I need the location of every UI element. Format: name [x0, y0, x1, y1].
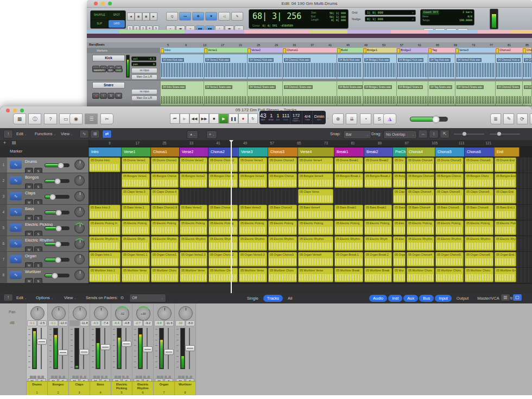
- audio-region[interactable]: 05 Organ Chorus1.: [151, 252, 179, 267]
- protools-titlebar[interactable]: Edit: 04 190 Gm Multi-Drums: [87, 0, 532, 8]
- mixer-options-menu[interactable]: Options ⌄: [36, 292, 53, 304]
- inspector-button[interactable]: ⓘ: [28, 113, 41, 124]
- track-name[interactable]: Bass: [25, 206, 34, 211]
- playhead[interactable]: [231, 140, 232, 293]
- audio-region[interactable]: 04 Chorus2 Kick.w: [495, 54, 523, 79]
- volume-thumb[interactable]: [55, 210, 62, 216]
- audio-region[interactable]: 05 Drums Break2: [364, 157, 392, 172]
- channel-strip-bass[interactable]: -4.3-7.4IRMSBass4: [90, 303, 111, 395]
- audio-region[interactable]: 04 Bridge1 Snare.wav: [363, 81, 397, 106]
- mixer-view-tracks[interactable]: Tracks: [263, 295, 283, 302]
- channel-strip-drums[interactable]: -0.1-2.5IRMSDrums1: [27, 303, 48, 395]
- section-chorus5[interactable]: Chorus5: [435, 147, 467, 157]
- audio-region[interactable]: 05 Electric Picking: [268, 220, 297, 235]
- audio-region[interactable]: 05 Elec: [393, 220, 406, 235]
- zoom-waveform-icon[interactable]: ▣: [135, 12, 142, 21]
- pan-knob[interactable]: +30: [136, 306, 150, 321]
- section-chorus1[interactable]: Chorus1: [150, 147, 182, 157]
- audio-region[interactable]: 05 Electric Picking: [180, 220, 207, 235]
- channel-strip-electric-picking[interactable]: -32-6.4-4.8IRMSElectric Picking5: [111, 303, 132, 395]
- pan-knob[interactable]: [157, 306, 172, 320]
- audio-region[interactable]: 05 Bongos Chorus: [208, 173, 238, 188]
- audio-region[interactable]: 05 Wurlitzer Choru: [465, 268, 493, 282]
- ruler-number[interactable]: 9: [109, 141, 111, 145]
- mixer-edit-menu[interactable]: Edit ⌄: [16, 292, 27, 304]
- audio-region[interactable]: 04 Verse2 Kick.wav: [247, 54, 283, 79]
- audio-region[interactable]: 05 Bong: [393, 173, 406, 188]
- audio-region[interactable]: 05 Claps Chorus5: [435, 189, 464, 204]
- pt-ruler-number[interactable]: 81: [508, 43, 511, 47]
- solo-button[interactable]: S: [107, 93, 115, 99]
- audio-region[interactable]: 05 Bass Chorus5: [435, 205, 464, 219]
- audio-region[interactable]: 05 Electric Rhyth: [364, 236, 392, 251]
- volume-slider[interactable]: [45, 195, 69, 199]
- audio-region[interactable]: 05 Electric Rhythm: [334, 236, 363, 251]
- pt-ruler-number[interactable]: 25: [257, 43, 260, 47]
- ruler-number[interactable]: 49: [243, 141, 247, 145]
- audio-region[interactable]: 05 Electric Rhythm: [465, 236, 493, 251]
- volume-slider[interactable]: [45, 211, 69, 214]
- lcd-tempo[interactable]: 172KEEP TEMPO: [290, 111, 303, 124]
- audio-region[interactable]: 05 Bongos Verse4: [298, 173, 333, 188]
- track-view-selector[interactable]: waveform: [92, 68, 106, 72]
- fader-db-value[interactable]: -7.4: [101, 320, 111, 326]
- pt-ruler-number[interactable]: 65: [436, 43, 439, 47]
- lcd-key[interactable]: DminKEY: [313, 111, 326, 124]
- audio-region[interactable]: 05 Wurlitzer Verse: [298, 268, 333, 282]
- mixer-catch-icon[interactable]: ↑: [3, 294, 13, 301]
- audio-region[interactable]: 05 Bongos Chorus: [151, 173, 179, 188]
- section-chorus3[interactable]: Chorus3: [268, 147, 300, 157]
- track-header-electric-picking[interactable]: 5∿Electric PickingMS: [0, 220, 88, 236]
- sends-on-faders-selector[interactable]: Off ⌄: [129, 294, 166, 302]
- audio-region[interactable]: 05 Electric Picking: [298, 220, 333, 235]
- audio-region[interactable]: 05 Bass Chorus1.9: [151, 205, 179, 219]
- mixer-view-menu[interactable]: View ⌄: [64, 292, 76, 304]
- audio-region[interactable]: 05 Electric Rhythm In: [89, 236, 121, 251]
- filter-output[interactable]: Output: [453, 295, 473, 302]
- count-off-label[interactable]: Count Off: [422, 10, 439, 15]
- fader-handle[interactable]: [58, 350, 68, 356]
- audio-region[interactable]: 05 Wurlitzer Verse: [239, 268, 267, 282]
- volume-thumb[interactable]: [58, 162, 64, 169]
- audio-region[interactable]: 04 Verse3 Kick.wav: [455, 54, 496, 79]
- volume-thumb[interactable]: [54, 178, 61, 185]
- snare-output-selector[interactable]: Main Out L/R: [131, 96, 157, 101]
- audio-region[interactable]: 05 Organ Verse4: [298, 252, 333, 267]
- list-editors-button[interactable]: ≣: [490, 113, 501, 124]
- marker-chorus2[interactable]: Chorus2: [495, 48, 523, 53]
- marker-track-header[interactable]: Marker: [0, 146, 89, 157]
- snap-selector[interactable]: Bar ⌄: [343, 130, 371, 139]
- audio-region[interactable]: 05 Drums Intro: [89, 157, 121, 172]
- channel-name-plate[interactable]: Organ7: [154, 381, 174, 395]
- narrow-channel-view-icon[interactable]: ▥: [501, 294, 510, 301]
- left-click-tool-menu[interactable]: ➤ ⌄: [187, 130, 198, 139]
- ruler-number[interactable]: 105: [432, 141, 438, 145]
- pan-knob[interactable]: [74, 254, 85, 264]
- channel-strip-electric-rhythm[interactable]: +30-2.7-9.2IRMSElectric Rhythm6: [132, 303, 154, 395]
- section-verse4[interactable]: Verse4: [297, 147, 337, 157]
- volume-thumb[interactable]: [49, 194, 56, 200]
- pt-ruler-number[interactable]: 29: [275, 43, 278, 47]
- track-name[interactable]: Organ: [25, 254, 36, 258]
- audio-region[interactable]: 04 Chorus2 Snare: [495, 81, 523, 106]
- tuner-button[interactable]: ◔: [360, 113, 371, 124]
- audio-region[interactable]: 05 Bongos Verse1: [122, 173, 150, 188]
- audio-region[interactable]: 04 Intro Snare.wav: [160, 81, 204, 106]
- audio-region[interactable]: 05 Drums Chorus5: [435, 157, 464, 172]
- volume-thumb[interactable]: [55, 241, 61, 248]
- mixer-view-all[interactable]: All: [284, 295, 296, 302]
- fader-handle[interactable]: [122, 341, 131, 347]
- audio-region[interactable]: 05 Claps Verse: [298, 189, 333, 204]
- channel-name-plate[interactable]: Bongos2: [48, 381, 68, 395]
- volume-thumb[interactable]: [55, 225, 62, 232]
- grid-value-field[interactable]: 1| 0| 000▾: [365, 10, 416, 15]
- kick-input-selector[interactable]: no input: [131, 68, 157, 73]
- pt-ruler-number[interactable]: 21: [239, 43, 242, 47]
- section-end[interactable]: End: [494, 147, 520, 157]
- audio-region[interactable]: 05 Claps Chorus6: [465, 189, 493, 204]
- audio-region[interactable]: 04 Bridge2 Kick.wav: [396, 54, 428, 79]
- zoom-slider-handle-2[interactable]: [497, 132, 501, 136]
- section-break2[interactable]: Break2: [364, 147, 395, 157]
- kick-output-selector[interactable]: Main Out L/R: [131, 74, 157, 80]
- audio-region[interactable]: 05 Bass: [393, 205, 406, 219]
